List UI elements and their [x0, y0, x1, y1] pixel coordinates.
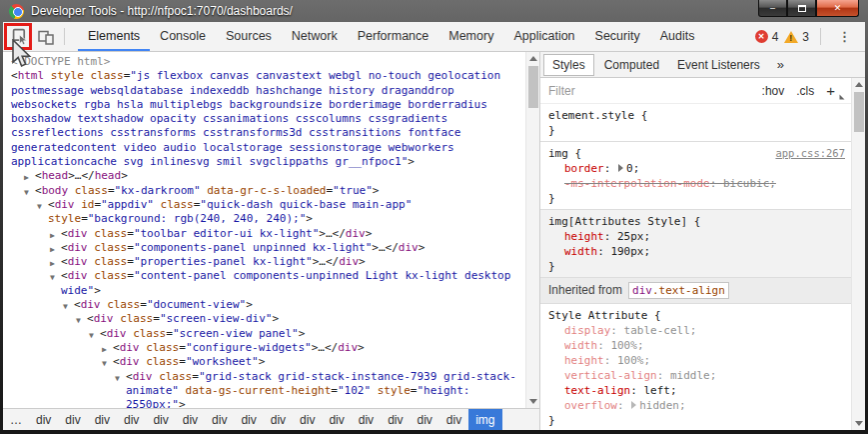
- property-name[interactable]: height: [564, 230, 604, 243]
- scroll-down-icon[interactable]: [526, 395, 540, 408]
- scroll-down-icon[interactable]: [852, 417, 865, 430]
- scrollbar-thumb[interactable]: [528, 66, 538, 108]
- dom-tree-node[interactable]: ▼<div class="grid-stack grid-stack-insta…: [3, 370, 525, 408]
- breadcrumb-item-div[interactable]: div: [322, 409, 351, 430]
- warning-badge[interactable]: 3: [784, 30, 809, 44]
- breadcrumb-item-div[interactable]: div: [234, 409, 263, 430]
- tab-security[interactable]: Security: [585, 22, 650, 51]
- minimize-button[interactable]: –: [758, 0, 787, 17]
- css-property[interactable]: border: 0;: [548, 161, 845, 176]
- inspect-element-button[interactable]: [7, 24, 33, 50]
- css-property[interactable]: display: table-cell;: [548, 323, 845, 338]
- expand-value-icon[interactable]: [631, 401, 636, 409]
- property-name[interactable]: overflow: [564, 399, 617, 412]
- styles-filter-row[interactable]: Filter :hov .cls +: [540, 78, 865, 104]
- sidebar-tab-styles[interactable]: Styles: [543, 54, 594, 76]
- breadcrumb-item-img[interactable]: img: [468, 409, 501, 430]
- styles-scrollbar[interactable]: [851, 78, 865, 430]
- breadcrumb-item-div[interactable]: div: [176, 409, 205, 430]
- rule-selector[interactable]: element.style: [548, 109, 634, 122]
- dom-tree-node[interactable]: ▶<head>…</head>: [3, 169, 525, 183]
- css-property[interactable]: -ms-interpolation-mode: bicubic;: [548, 176, 845, 191]
- property-name[interactable]: vertical-align: [564, 369, 657, 382]
- breadcrumb-item-div[interactable]: div: [117, 409, 146, 430]
- rule-selector[interactable]: img[Attributes Style]: [548, 215, 687, 228]
- breadcrumb-item-div[interactable]: div: [205, 409, 234, 430]
- dom-tree-node[interactable]: ▼<body class="kx-darkroom" data-gr-c-s-l…: [3, 184, 525, 198]
- breadcrumb-item-div[interactable]: div: [439, 409, 468, 430]
- breadcrumb-item-div[interactable]: div: [410, 409, 438, 430]
- rule-selector[interactable]: img: [548, 147, 568, 160]
- dom-tree-node[interactable]: ▼<div class="worksheet">: [3, 355, 525, 369]
- css-property[interactable]: overflow: hidden;: [548, 398, 845, 413]
- tab-performance[interactable]: Performance: [348, 22, 439, 51]
- property-value[interactable]: hidden: [639, 399, 679, 412]
- tab-overflow-chevron[interactable]: »: [769, 57, 792, 72]
- breadcrumb-item-div[interactable]: div: [146, 409, 175, 430]
- tab-elements[interactable]: Elements: [78, 22, 150, 51]
- tab-console[interactable]: Console: [150, 22, 216, 51]
- scroll-up-icon[interactable]: [852, 78, 865, 91]
- breadcrumb-item-more[interactable]: …: [3, 409, 29, 430]
- collapse-arrow-icon[interactable]: ▼: [115, 372, 120, 386]
- property-value[interactable]: middle: [670, 369, 710, 382]
- css-property[interactable]: height: 100%;: [548, 353, 845, 368]
- dom-tree-node[interactable]: ▶<div class="components-panel unpinned k…: [3, 241, 525, 255]
- sidebar-tab-computed[interactable]: Computed: [596, 55, 667, 75]
- property-name[interactable]: height: [564, 354, 604, 367]
- property-name[interactable]: -ms-interpolation-mode: [564, 177, 710, 190]
- css-property[interactable]: vertical-align: middle;: [548, 368, 845, 383]
- new-style-rule-button[interactable]: +: [820, 82, 837, 99]
- tab-network[interactable]: Network: [282, 22, 348, 51]
- property-value[interactable]: left: [643, 384, 670, 397]
- property-name[interactable]: display: [564, 324, 610, 337]
- dom-tree-node[interactable]: ▼<div class="document-view">: [3, 298, 525, 312]
- property-name[interactable]: text-align: [564, 384, 630, 397]
- property-name[interactable]: width: [564, 245, 597, 258]
- tab-application[interactable]: Application: [503, 22, 584, 51]
- breadcrumb-item-div[interactable]: div: [352, 409, 381, 430]
- filter-input[interactable]: Filter: [548, 84, 756, 98]
- dom-tree-node[interactable]: ▶<div class="configure-widgets">…</div>: [3, 341, 525, 355]
- class-toggle[interactable]: .cls: [790, 84, 820, 98]
- rule-selector[interactable]: Style Attribute: [548, 309, 647, 322]
- property-value[interactable]: 100%: [617, 354, 644, 367]
- css-property[interactable]: text-align: left;: [548, 383, 845, 398]
- collapse-arrow-icon[interactable]: ▼: [50, 271, 55, 285]
- elements-scrollbar[interactable]: [525, 52, 539, 408]
- expand-value-icon[interactable]: [618, 164, 623, 172]
- tab-sources[interactable]: Sources: [216, 22, 282, 51]
- dom-tree-node[interactable]: ▶<div class="properties-panel kx-light">…: [3, 255, 525, 269]
- css-property[interactable]: width: 190px;: [548, 244, 845, 259]
- breadcrumb-item-div[interactable]: div: [29, 409, 58, 430]
- breadcrumb-item-div[interactable]: div: [381, 409, 410, 430]
- tab-audits[interactable]: Audits: [650, 22, 705, 51]
- property-value[interactable]: 0: [626, 162, 633, 175]
- stylesheet-link[interactable]: app.css:267: [775, 146, 845, 161]
- more-options-button[interactable]: ⋮: [832, 29, 857, 44]
- dom-tree-node[interactable]: <!DOCTYPE html>: [3, 55, 525, 69]
- scroll-up-icon[interactable]: [526, 52, 540, 65]
- breadcrumb-item-div[interactable]: div: [88, 409, 117, 430]
- property-value[interactable]: bicubic: [723, 177, 769, 190]
- css-property[interactable]: width: 100%;: [548, 338, 845, 353]
- tab-memory[interactable]: Memory: [438, 22, 503, 51]
- error-badge[interactable]: ✕ 4: [755, 30, 779, 44]
- property-name[interactable]: width: [564, 339, 597, 352]
- property-value[interactable]: table-cell: [624, 324, 690, 337]
- dom-tree-node[interactable]: ▶<div class="toolbar editor-ui kx-light"…: [3, 227, 525, 241]
- breadcrumb-item-div[interactable]: div: [58, 409, 87, 430]
- maximize-button[interactable]: [787, 0, 816, 17]
- breadcrumb-item-div[interactable]: div: [264, 409, 293, 430]
- property-value[interactable]: 100%: [610, 339, 637, 352]
- inherited-node-link[interactable]: div.text-align: [628, 282, 729, 299]
- pseudo-state-toggle[interactable]: :hov: [756, 84, 791, 98]
- breadcrumb-item-div[interactable]: div: [293, 409, 322, 430]
- close-button[interactable]: ✕: [816, 0, 859, 17]
- device-toolbar-button[interactable]: [33, 24, 59, 50]
- dom-tree-node[interactable]: ▼<div class="content-panel components-un…: [3, 269, 525, 298]
- sidebar-tab-event-listeners[interactable]: Event Listeners: [669, 55, 768, 75]
- dom-tree-node[interactable]: ▼<div id="appdiv" class="quick-dash quic…: [3, 198, 525, 227]
- property-value[interactable]: 25px: [617, 230, 644, 243]
- dom-tree-node[interactable]: <html style class="js flexbox canvas can…: [3, 69, 525, 169]
